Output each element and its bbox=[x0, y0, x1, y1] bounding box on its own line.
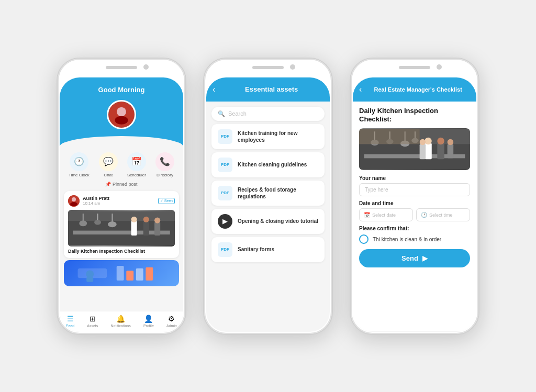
document-title: Daily Kitchen Inspection Checklist: bbox=[359, 107, 470, 125]
kitchen-image bbox=[359, 128, 470, 170]
pdf-icon: PDF bbox=[218, 242, 232, 257]
select-date-placeholder: Select date bbox=[372, 212, 396, 218]
send-button[interactable]: Send ▶ bbox=[359, 249, 470, 267]
p3-content: Daily Kitchen Inspection Checklist: bbox=[353, 102, 476, 331]
p3-header-title: Real Estate Manager's Checklist bbox=[366, 86, 470, 93]
nav-item-feed[interactable]: ☰ Feed bbox=[66, 315, 74, 328]
date-time-row: 📅 Select date 🕐 Select time bbox=[359, 208, 470, 221]
pdf-icon: PDF bbox=[218, 158, 232, 172]
svg-rect-45 bbox=[437, 143, 444, 160]
assets-list: PDF Kitchen training for new employees P… bbox=[206, 124, 330, 262]
search-icon: 🔍 bbox=[218, 110, 225, 117]
nav-item-notifications[interactable]: 🔔 Notifications bbox=[111, 315, 131, 328]
directory-icon: 📞 bbox=[155, 152, 174, 171]
pdf-icon: PDF bbox=[218, 186, 232, 200]
checkbox-text: Thi kitchen is clean & in order bbox=[373, 237, 441, 242]
scheduler-label: Scheduler bbox=[127, 173, 146, 177]
send-arrow-icon: ▶ bbox=[422, 254, 428, 262]
nav-notifications-label: Notifications bbox=[111, 324, 131, 328]
post-timestamp: 10:14 am bbox=[83, 201, 109, 206]
item-label: Sanitary forms bbox=[238, 246, 274, 253]
svg-point-11 bbox=[79, 220, 87, 226]
phone-3: ‹ Real Estate Manager's Checklist Daily … bbox=[350, 58, 479, 335]
post-card-2[interactable] bbox=[64, 260, 179, 286]
list-item[interactable]: PDF Sanitary forms bbox=[211, 237, 325, 262]
nav-item-admin[interactable]: ⚙ Admin bbox=[166, 315, 177, 328]
svg-point-21 bbox=[154, 217, 160, 223]
svg-rect-24 bbox=[117, 266, 124, 281]
list-item[interactable]: PDF Recipes & food storage regulations bbox=[211, 181, 325, 206]
list-item[interactable]: ▶ Opening & closing video tutorial bbox=[211, 209, 325, 234]
svg-point-44 bbox=[420, 139, 426, 145]
post-header: Austin Pratt 10:14 am ✓ Seen bbox=[68, 195, 175, 207]
p1-greeting: Good Morning bbox=[66, 86, 177, 94]
svg-rect-25 bbox=[126, 271, 133, 281]
nav-item-profile[interactable]: 👤 Profile bbox=[143, 315, 154, 328]
item-label: Kitchen cleaning guidelines bbox=[238, 161, 307, 168]
play-icon: ▶ bbox=[218, 214, 232, 229]
bottom-nav: ☰ Feed ⊞ Assets 🔔 Notifications 👤 Profil… bbox=[60, 311, 183, 332]
scheduler-icon: 📅 bbox=[127, 152, 146, 171]
chat-icon: 💬 bbox=[99, 152, 118, 171]
profile-icon: 👤 bbox=[144, 315, 153, 323]
svg-point-6 bbox=[70, 202, 77, 206]
p2-header: ‹ Essential assets bbox=[206, 77, 330, 102]
post-author-info: Austin Pratt 10:14 am bbox=[83, 196, 109, 206]
p3-back-button[interactable]: ‹ bbox=[359, 85, 362, 94]
svg-point-13 bbox=[94, 220, 101, 225]
pdf-icon: PDF bbox=[218, 129, 232, 144]
post-seen-badge: ✓ Seen bbox=[158, 198, 175, 204]
confirm-checkbox[interactable] bbox=[359, 234, 368, 244]
svg-rect-29 bbox=[86, 277, 93, 282]
svg-point-17 bbox=[131, 216, 137, 222]
svg-rect-43 bbox=[420, 144, 426, 160]
svg-point-48 bbox=[448, 139, 454, 145]
post-author-name: Austin Pratt bbox=[83, 196, 109, 201]
calendar-icon: 📅 bbox=[364, 212, 370, 218]
svg-rect-16 bbox=[131, 221, 137, 236]
sidebar-item-directory[interactable]: 📞 Directory bbox=[155, 152, 174, 177]
p2-header-title: Essential assets bbox=[219, 85, 323, 93]
svg-rect-49 bbox=[359, 129, 420, 144]
p2-back-button[interactable]: ‹ bbox=[213, 85, 215, 94]
phone-1-inner: Good Morning 🕐 Time Clock bbox=[60, 77, 183, 332]
list-item[interactable]: PDF Kitchen training for new employees bbox=[211, 124, 325, 149]
sidebar-item-scheduler[interactable]: 📅 Scheduler bbox=[127, 152, 146, 177]
p1-header: Good Morning bbox=[60, 77, 183, 146]
svg-rect-47 bbox=[448, 144, 454, 159]
sidebar-item-chat[interactable]: 💬 Chat bbox=[99, 152, 118, 177]
admin-icon: ⚙ bbox=[168, 315, 175, 323]
svg-rect-41 bbox=[425, 143, 431, 160]
post-author-avatar bbox=[68, 195, 80, 207]
assets-icon: ⊞ bbox=[90, 315, 96, 323]
pinned-post-label: 📌 Pinned post bbox=[60, 180, 183, 189]
svg-point-5 bbox=[72, 197, 76, 201]
select-date-field[interactable]: 📅 Select date bbox=[359, 208, 413, 221]
phone-2-inner: ‹ Essential assets 🔍 Search PDF Kitchen … bbox=[206, 77, 330, 332]
clock-icon: 🕐 bbox=[421, 212, 427, 218]
checkbox-row: Thi kitchen is clean & in order bbox=[359, 234, 470, 244]
svg-point-42 bbox=[425, 138, 431, 144]
svg-point-3 bbox=[115, 116, 128, 124]
post-image bbox=[68, 210, 175, 247]
sidebar-item-time-clock[interactable]: 🕐 Time Clock bbox=[69, 152, 90, 177]
post-card[interactable]: Austin Pratt 10:14 am ✓ Seen bbox=[64, 191, 179, 258]
phone-1: Good Morning 🕐 Time Clock bbox=[57, 58, 186, 335]
svg-rect-27 bbox=[146, 267, 153, 280]
nav-item-assets[interactable]: ⊞ Assets bbox=[87, 315, 98, 328]
post-caption: Daily Kitchen Inspection Checklist bbox=[68, 249, 175, 254]
svg-point-28 bbox=[86, 270, 94, 278]
post-card-2-inner bbox=[64, 260, 179, 286]
phone-2: ‹ Essential assets 🔍 Search PDF Kitchen … bbox=[203, 58, 333, 335]
clock-icon: 🕐 bbox=[70, 152, 88, 171]
search-input[interactable]: Search bbox=[228, 110, 247, 117]
svg-rect-26 bbox=[136, 268, 143, 280]
date-time-label: Date and time bbox=[359, 200, 470, 206]
svg-point-15 bbox=[108, 221, 117, 227]
svg-rect-18 bbox=[143, 221, 149, 236]
your-name-input[interactable]: Type here bbox=[359, 183, 470, 196]
search-bar[interactable]: 🔍 Search bbox=[211, 107, 325, 121]
select-time-field[interactable]: 🕐 Select time bbox=[416, 208, 470, 221]
list-item[interactable]: PDF Kitchen cleaning guidelines bbox=[211, 152, 325, 177]
nav-assets-label: Assets bbox=[87, 324, 98, 328]
